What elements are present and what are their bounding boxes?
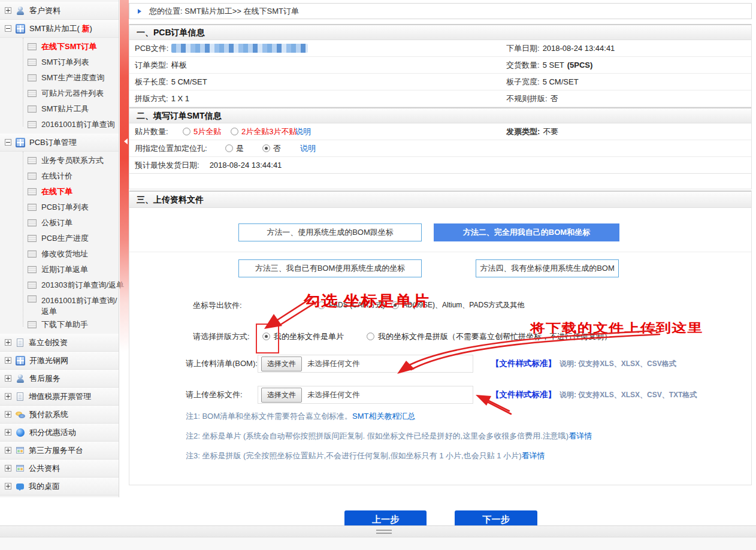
collapse-left-arrow-icon[interactable] — [121, 138, 128, 144]
document-icon — [28, 295, 37, 303]
splitter-handle-icon[interactable] — [376, 530, 392, 534]
sidebar-item-smt-order-list[interactable]: SMT订单列表 — [0, 55, 119, 70]
panel-mode-value: 1 X 1 — [171, 94, 189, 103]
smt-tutorials-link[interactable]: SMT相关教程汇总 — [352, 412, 415, 421]
document-icon — [17, 339, 23, 347]
sidebar-group-prepayment[interactable]: 预付款系统 — [0, 406, 119, 424]
sidebar-item-pre-20161001-reorder[interactable]: 20161001前订单查询/返单 — [0, 293, 119, 317]
method3-button[interactable]: 方法三、我自已有BOM使用系统生成的坐标 — [238, 259, 422, 277]
sidebar-group-customer-info[interactable]: 客户资料 — [0, 2, 119, 20]
note-2: 注2: 坐标是单片 (系统会自动帮你按照拼版间距复制. 假如坐标文件已经是拼好的… — [186, 431, 592, 442]
pcb-file-label: PCB文件: — [135, 43, 168, 54]
row-smt-qty: 贴片数量: 5片全贴 2片全贴3片不贴 说明 发票类型:不要 — [129, 123, 751, 140]
radio-hole-no[interactable] — [262, 144, 270, 152]
sidebar-group-smt-processing[interactable]: SMT贴片加工( 新) — [0, 20, 119, 38]
sidebar-item-mountable-components[interactable]: 可贴片元器件列表 — [0, 86, 119, 101]
expand-plus-icon[interactable] — [5, 483, 11, 489]
expand-plus-icon[interactable] — [5, 411, 11, 418]
hole-help-link[interactable]: 说明 — [300, 143, 316, 154]
invoice-type-value: 不要 — [543, 126, 558, 137]
sidebar-item-recent-reorder[interactable]: 近期订单返单 — [0, 262, 119, 277]
new-badge: 新 — [81, 24, 89, 33]
sidebar-group-after-sales[interactable]: 售后服务 — [0, 370, 119, 388]
method4-button[interactable]: 方法四、我有坐标使用系统生成的BOM — [476, 259, 619, 277]
expand-plus-icon[interactable] — [5, 465, 11, 472]
expand-plus-icon[interactable] — [5, 447, 11, 454]
sidebar-group-laser-stencil[interactable]: 开激光钢网 — [0, 352, 119, 370]
sidebar-item-online-smt-order[interactable]: 在线下SMT订单 — [0, 39, 119, 55]
sidebar-item-download-order-helper[interactable]: 下载下单助手 — [0, 317, 119, 333]
sidebar-group-label: 客户资料 — [29, 5, 61, 16]
breadcrumb-arrow-icon — [138, 9, 144, 14]
sidebar-group-public-resources[interactable]: 公共资料 — [0, 460, 119, 478]
document-icon — [17, 392, 23, 401]
sidebar-item-sales-contact[interactable]: 业务专员联系方式 — [0, 153, 119, 168]
splitter-bar[interactable] — [0, 525, 756, 537]
expand-plus-icon[interactable] — [5, 429, 11, 436]
sidebar-item-public-board-order[interactable]: 公板订单 — [0, 215, 119, 231]
expand-plus-icon[interactable] — [5, 393, 11, 400]
sidebar-group-vat-invoice[interactable]: 增值税票开票管理 — [0, 388, 119, 406]
sidebar-group-jlc-investment[interactable]: 嘉立创投资 — [0, 334, 119, 352]
radio-coord-panelized[interactable] — [367, 333, 374, 340]
expand-plus-icon[interactable] — [5, 339, 11, 346]
main-content: 您的位置: SMT贴片加工>> 在线下SMT订单 一、PCB订单信息 PCB文件… — [126, 0, 756, 550]
row-locating-hole: 用指定位置加定位孔: 是 否 说明 — [129, 140, 751, 157]
sidebar-item-pcb-production-progress[interactable]: PCB生产进度 — [0, 231, 119, 246]
bom-style-standard-link[interactable]: 【文件样式标准】 — [491, 358, 556, 369]
breadcrumb: 您的位置: SMT贴片加工>> 在线下SMT订单 — [129, 3, 752, 19]
method-divider — [129, 252, 751, 252]
sidebar-item-smt-production-progress[interactable]: SMT生产进度查询 — [0, 70, 119, 86]
bom-file-input[interactable]: 选择文件 未选择任何文件 — [258, 355, 473, 373]
note2-details-link[interactable]: 看详情 — [568, 431, 592, 440]
bom-standard: 【文件样式标准】 说明: 仅支持XLS、XLSX、CSV格式 — [491, 355, 676, 373]
document-icon — [28, 121, 37, 128]
note-1: 注1: BOM清单和坐标文件需要符合嘉立创标准。SMT相关教程汇总 — [186, 411, 416, 422]
sidebar-group-points-promo[interactable]: 积分优惠活动 — [0, 424, 119, 442]
irregular-panel-value: 否 — [551, 93, 558, 104]
sidebar-group-my-desktop[interactable]: 我的桌面 — [0, 478, 119, 495]
module-icon — [16, 138, 25, 147]
bom-upload-label: 请上传料清单(BOM): — [186, 355, 258, 373]
sidebar-group-pcb-order-management[interactable]: PCB订单管理 — [0, 134, 119, 152]
document-icon — [28, 282, 37, 289]
note-3: 注3: 坐标是拼版 (完全按照坐标位置贴片,不会进行任何复制,假如坐标只有 1 … — [186, 451, 545, 461]
order-date-value: 2018-08-24 13:44:41 — [543, 44, 615, 53]
sidebar-item-smt-tools[interactable]: SMT贴片工具 — [0, 101, 119, 117]
note3-details-link[interactable]: 看详情 — [521, 451, 545, 460]
sidebar-item-change-shipping-address[interactable]: 修改收货地址 — [0, 246, 119, 262]
expand-plus-icon[interactable] — [5, 7, 11, 14]
upload-panel: 三、上传资料文件 方法一、使用系统生成的BOM跟坐标 方法二、完全用我自己的BO… — [129, 191, 752, 485]
expand-plus-icon[interactable] — [5, 375, 11, 382]
smt-qty-help-link[interactable]: 说明 — [295, 126, 311, 137]
method1-button[interactable]: 方法一、使用系统生成的BOM跟坐标 — [238, 223, 422, 241]
sidebar-smt-children: 在线下SMT订单 SMT订单列表 SMT生产进度查询 可贴片元器件列表 SMT贴… — [0, 38, 119, 134]
sidebar-item-pcb-order-list[interactable]: PCB订单列表 — [0, 200, 119, 215]
coord-file-input[interactable]: 选择文件 未选择任何文件 — [258, 386, 473, 404]
sidebar-item-online-order[interactable]: 在线下单 — [0, 184, 119, 200]
coord-choose-file-button[interactable]: 选择文件 — [261, 388, 302, 403]
expand-plus-icon[interactable] — [5, 357, 11, 364]
radio-hole-yes[interactable] — [225, 144, 233, 152]
delivery-qty-value: 5 SET — [543, 61, 564, 69]
sidebar-nav: 客户资料 SMT贴片加工( 新) 在线下SMT订单 SMT订单列表 SMT生产进… — [0, 0, 119, 497]
bom-choose-file-button[interactable]: 选择文件 — [261, 356, 302, 371]
coord-software-row: 坐标导出软件: — [193, 297, 242, 313]
method2-button-selected[interactable]: 方法二、完全用我自己的BOM和坐标 — [434, 223, 619, 241]
sidebar-item-pre-201303-orders[interactable]: 201303前订单查询/返单 — [0, 277, 119, 293]
annotation-check-single-coord: 勾选 坐标是单片 — [304, 291, 430, 310]
radio-2pcs-mount[interactable] — [231, 128, 238, 135]
expand-minus-icon[interactable] — [5, 25, 11, 32]
sidebar-group-third-party-platform[interactable]: 第三方服务平台 — [0, 442, 119, 460]
document-icon — [28, 219, 37, 226]
coord-style-standard-link[interactable]: 【文件样式标准】 — [491, 389, 556, 400]
document-icon — [28, 173, 37, 180]
sidebar-collapse-strip[interactable] — [120, 0, 129, 352]
expand-minus-icon[interactable] — [5, 139, 11, 146]
document-icon — [28, 59, 37, 66]
radio-5pcs-all[interactable] — [183, 128, 190, 135]
sidebar-item-online-pricing[interactable]: 在线计价 — [0, 168, 119, 184]
sidebar-pcb-children: 业务专员联系方式 在线计价 在线下单 PCB订单列表 公板订单 PCB生产进度 … — [0, 152, 119, 334]
section3-title: 三、上传资料文件 — [129, 191, 751, 208]
sidebar-item-pre-20161001-orders[interactable]: 20161001前订单查询 — [0, 117, 119, 132]
